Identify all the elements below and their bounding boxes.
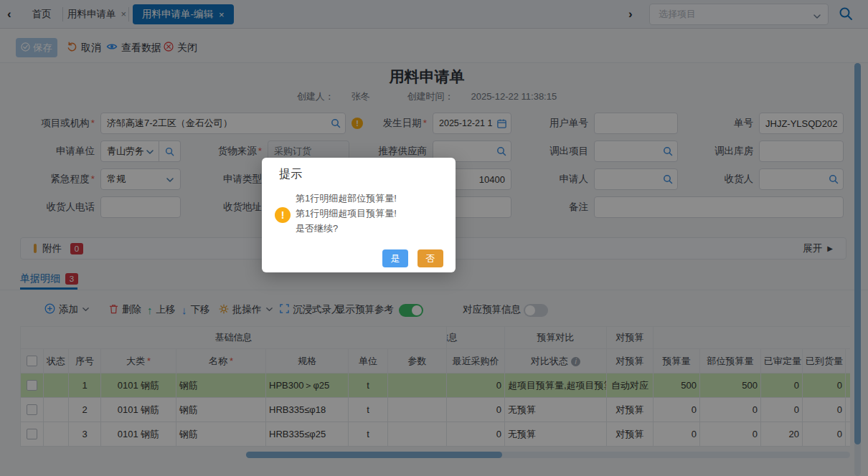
- dialog-title: 提示: [279, 167, 302, 182]
- warning-icon: !: [275, 207, 291, 223]
- dialog-line: 是否继续?: [296, 221, 397, 236]
- app-window: ‹ 首页 用料申请单× 用料申请单-编辑× › 选择项目 保存 取消 查看数据: [0, 0, 868, 476]
- confirm-dialog: 提示 ! 第1行明细超部位预算量! 第1行明细超项目预算量! 是否继续? 是 否: [262, 158, 456, 272]
- dialog-line: 第1行明细超部位预算量!: [296, 191, 397, 206]
- no-button[interactable]: 否: [418, 249, 443, 267]
- dialog-line: 第1行明细超项目预算量!: [296, 206, 397, 221]
- dialog-message: 第1行明细超部位预算量! 第1行明细超项目预算量! 是否继续?: [296, 191, 397, 236]
- yes-button[interactable]: 是: [382, 249, 408, 267]
